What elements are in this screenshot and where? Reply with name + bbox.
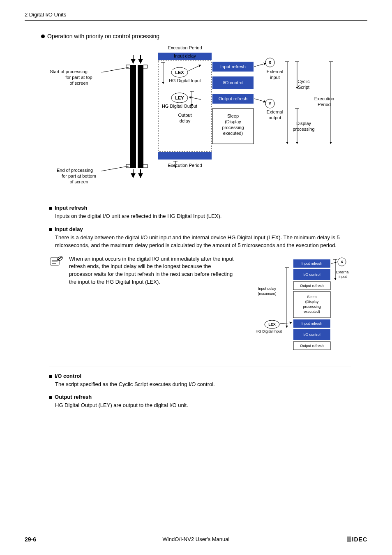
svg-line-14 xyxy=(101,166,129,171)
svg-line-53 xyxy=(254,63,266,67)
item-heading: Output refresh xyxy=(49,394,351,400)
svg-text:(maximum): (maximum) xyxy=(258,291,277,296)
svg-line-105 xyxy=(331,262,338,264)
svg-text:LEX: LEX xyxy=(268,322,276,326)
item-input-delay: Input delay There is a delay between the… xyxy=(49,226,351,250)
svg-text:executed): executed) xyxy=(223,131,243,136)
main-diagram: Start of processing for part at top of s… xyxy=(48,44,344,192)
svg-text:I/O control: I/O control xyxy=(223,80,244,85)
svg-line-103 xyxy=(280,323,292,324)
bullet-square-icon xyxy=(49,396,52,399)
breadcrumb: 2 Digital I/O Units xyxy=(25,12,66,18)
svg-rect-2 xyxy=(138,65,143,168)
svg-text:Input refresh: Input refresh xyxy=(302,261,323,266)
item-title: Input delay xyxy=(55,226,83,232)
note-diagram: Input refresh I/O control Output refresh… xyxy=(244,255,351,359)
bullet-square-icon xyxy=(49,207,52,210)
svg-text:Input delay: Input delay xyxy=(258,287,277,291)
svg-text:Execution: Execution xyxy=(314,96,334,101)
svg-text:External: External xyxy=(336,270,349,274)
item-heading: I/O control xyxy=(49,373,351,379)
bullet-square-icon xyxy=(49,228,52,231)
svg-line-32 xyxy=(189,65,201,71)
divider xyxy=(49,366,351,366)
svg-text:Sleep: Sleep xyxy=(227,113,239,118)
svg-line-58 xyxy=(254,99,266,102)
item-input-refresh: Input refresh Inputs on the digital I/O … xyxy=(49,205,351,220)
svg-text:X: X xyxy=(268,60,272,65)
svg-line-37 xyxy=(189,97,201,99)
svg-point-21 xyxy=(140,139,141,139)
svg-text:Input refresh: Input refresh xyxy=(302,321,323,326)
item-body: The script specified as the Cyclic Scrip… xyxy=(55,381,351,388)
manual-title: WindO/I-NV2 User's Manual xyxy=(0,536,392,542)
svg-text:Start of processing: Start of processing xyxy=(50,69,88,74)
item-body: HG Digital Output (LEY) are output to th… xyxy=(55,402,351,409)
svg-point-17 xyxy=(140,122,141,123)
svg-text:for part at bottom: for part at bottom xyxy=(62,173,96,178)
section-title-text: Operation with priority on control proce… xyxy=(47,33,159,39)
logo-text: IDEC xyxy=(352,536,367,543)
item-io-control: I/O control The script specified as the … xyxy=(49,373,351,388)
section-title: Operation with priority on control proce… xyxy=(41,33,367,39)
svg-text:HG Digital Input: HG Digital Input xyxy=(169,78,201,83)
svg-text:End of processing: End of processing xyxy=(57,168,93,173)
svg-text:Input delay: Input delay xyxy=(174,53,196,58)
svg-text:Input refresh: Input refresh xyxy=(220,64,246,69)
svg-text:of screen: of screen xyxy=(69,81,88,86)
svg-text:LEX: LEX xyxy=(175,70,184,75)
logo-bar-icon xyxy=(347,536,351,542)
svg-text:Display: Display xyxy=(296,121,311,126)
svg-text:Output refresh: Output refresh xyxy=(300,344,324,348)
svg-text:input: input xyxy=(270,75,280,80)
svg-text:Y: Y xyxy=(268,101,272,106)
svg-text:processing: processing xyxy=(303,305,321,309)
svg-text:I/O control: I/O control xyxy=(303,273,321,277)
svg-text:Execution Period: Execution Period xyxy=(168,163,202,168)
item-heading: Input refresh xyxy=(49,205,351,211)
svg-text:processing: processing xyxy=(222,125,244,130)
svg-text:of screen: of screen xyxy=(69,179,88,184)
svg-text:input: input xyxy=(339,275,347,279)
svg-point-22 xyxy=(140,143,141,143)
item-title: I/O control xyxy=(55,373,81,379)
svg-text:Period: Period xyxy=(318,102,331,107)
item-title: Output refresh xyxy=(55,394,92,400)
bullet-dot-icon xyxy=(41,35,45,38)
svg-point-18 xyxy=(140,126,141,127)
svg-text:delay: delay xyxy=(180,118,191,123)
svg-point-19 xyxy=(140,130,141,131)
item-output-refresh: Output refresh HG Digital Output (LEY) a… xyxy=(49,394,351,409)
svg-text:(Display: (Display xyxy=(225,119,241,124)
svg-point-15 xyxy=(140,114,141,115)
svg-text:(Display: (Display xyxy=(305,300,319,304)
svg-text:executed): executed) xyxy=(304,310,320,314)
svg-text:External: External xyxy=(267,109,283,114)
item-title: Input refresh xyxy=(55,205,87,211)
svg-text:Script: Script xyxy=(298,85,309,90)
svg-text:Output refresh: Output refresh xyxy=(300,284,324,288)
svg-text:Output: Output xyxy=(178,113,191,118)
note-text: When an input occurs in the digital I/O … xyxy=(69,255,239,359)
svg-point-16 xyxy=(140,118,141,119)
svg-rect-1 xyxy=(130,65,136,168)
svg-text:output: output xyxy=(269,115,281,120)
svg-text:Output refresh: Output refresh xyxy=(219,96,247,101)
svg-text:X: X xyxy=(341,260,343,264)
item-heading: Input delay xyxy=(49,226,351,232)
note-block: When an input occurs in the digital I/O … xyxy=(49,255,351,359)
svg-text:Sleep: Sleep xyxy=(307,295,316,299)
page-header: 2 Digital I/O Units xyxy=(25,12,367,21)
svg-text:processing: processing xyxy=(293,127,314,132)
note-icon xyxy=(49,255,64,268)
svg-text:External: External xyxy=(267,69,283,74)
logo: IDEC xyxy=(347,536,367,543)
svg-text:I/O control: I/O control xyxy=(303,333,321,337)
item-body: Inputs on the digital I/O unit are refle… xyxy=(55,213,351,220)
bullet-square-icon xyxy=(49,375,52,378)
item-body: There is a delay between the digital I/O… xyxy=(55,234,351,250)
svg-rect-27 xyxy=(158,152,212,160)
svg-point-20 xyxy=(140,134,141,135)
svg-text:LEY: LEY xyxy=(175,95,184,100)
svg-text:for part at top: for part at top xyxy=(65,75,92,80)
